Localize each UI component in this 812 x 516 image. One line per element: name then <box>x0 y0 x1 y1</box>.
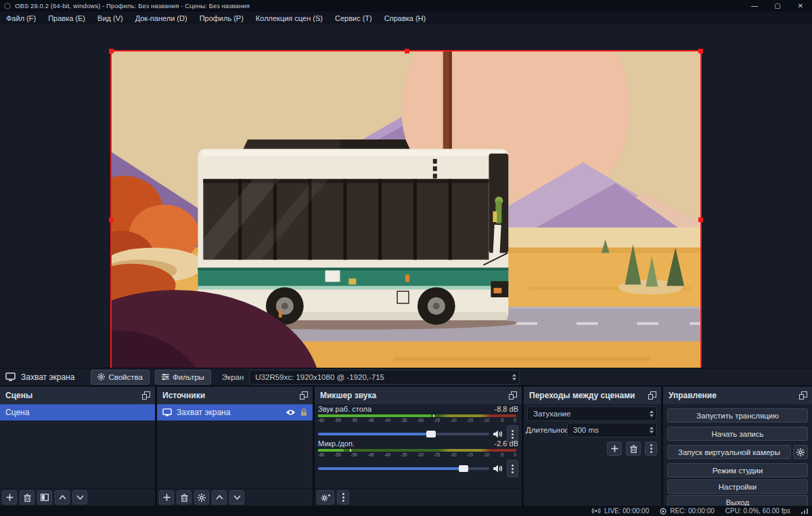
popout-icon[interactable] <box>509 391 517 400</box>
slider-handle[interactable] <box>426 431 436 437</box>
chevron-down-icon <box>76 495 84 500</box>
resize-handle-mid-left[interactable] <box>109 217 114 222</box>
add-source-button[interactable] <box>159 490 174 504</box>
volume-meter <box>318 449 516 452</box>
scene-name: Сцена <box>5 408 29 417</box>
remove-scene-button[interactable] <box>20 490 35 504</box>
move-scene-down-button[interactable] <box>72 490 87 504</box>
combobox-arrows-icon <box>512 370 516 384</box>
remove-transition-button[interactable] <box>626 442 641 456</box>
scenes-toolbar <box>0 488 155 506</box>
properties-button[interactable]: Свойства <box>91 370 150 385</box>
start-virtual-camera-button[interactable]: Запуск виртуальной камеры <box>667 445 791 459</box>
menu-edit[interactable]: Правка (E) <box>42 12 91 24</box>
menu-scene-collection[interactable]: Коллекция сцен (S) <box>250 12 329 24</box>
remove-source-button[interactable] <box>177 490 191 504</box>
volume-meter <box>318 414 516 417</box>
channel-name: Микр./доп. <box>318 439 355 448</box>
close-button[interactable]: ✕ <box>789 0 812 12</box>
channel-menu-button[interactable] <box>507 460 518 477</box>
channel-level-db: -2.6 dB <box>495 439 518 448</box>
volume-slider[interactable] <box>318 464 489 473</box>
scenes-header[interactable]: Сцены <box>0 387 155 404</box>
network-status <box>801 508 808 514</box>
popout-icon[interactable] <box>648 391 656 400</box>
sources-title: Источники <box>162 391 205 400</box>
spinbox-arrows-icon <box>650 423 654 437</box>
scenes-title: Сцены <box>5 391 32 400</box>
mixer-menu-button[interactable] <box>337 490 349 504</box>
move-source-up-button[interactable] <box>212 490 227 504</box>
combobox-arrows-icon <box>650 407 654 421</box>
transitions-header[interactable]: Переходы между сценами <box>524 387 661 404</box>
virtual-camera-settings-button[interactable] <box>793 445 808 459</box>
scene-filters-button[interactable] <box>37 490 52 504</box>
move-scene-up-button[interactable] <box>55 490 70 504</box>
start-recording-button[interactable]: Начать запись <box>667 427 808 441</box>
resize-handle-top-right[interactable] <box>698 49 703 53</box>
duration-spinbox[interactable]: 300 ms <box>567 423 657 437</box>
popout-icon[interactable] <box>300 391 308 400</box>
settings-button[interactable]: Настройки <box>667 479 808 494</box>
mixer-header[interactable]: Микшер звука <box>315 387 522 404</box>
filters-button[interactable]: Фильтры <box>155 370 211 385</box>
add-transition-button[interactable] <box>607 442 622 456</box>
channel-level-db: -8.8 dB <box>495 405 518 413</box>
filters-label: Фильтры <box>173 373 204 381</box>
menu-help[interactable]: Справка (H) <box>378 12 432 24</box>
channel-name: Звук раб. стола <box>318 405 371 413</box>
sources-header[interactable]: Источники <box>157 387 313 404</box>
studio-mode-button[interactable]: Режим студии <box>667 463 808 477</box>
window-titlebar: OBS 29.0.2 (64-bit, windows) - Профиль: … <box>0 0 812 12</box>
transition-select-combobox[interactable]: Затухание <box>527 406 657 421</box>
gear-icon <box>796 448 805 456</box>
lock-icon[interactable] <box>300 408 307 416</box>
resize-handle-top-left[interactable] <box>109 49 114 53</box>
resize-handle-mid-right[interactable] <box>698 217 703 222</box>
minimize-button[interactable]: — <box>743 0 766 12</box>
preview-source-image[interactable] <box>110 50 702 387</box>
popout-icon[interactable] <box>799 391 807 400</box>
kebab-icon <box>650 444 652 453</box>
kebab-icon <box>342 493 344 502</box>
menu-profile[interactable]: Профиль (P) <box>194 12 250 24</box>
controls-header[interactable]: Управление <box>663 387 812 404</box>
menu-docks[interactable]: Док-панели (D) <box>129 12 194 24</box>
dock-area: Сцены Сцена Источники <box>0 387 812 506</box>
start-streaming-button[interactable]: Запустить трансляцию <box>667 408 808 423</box>
duration-value: 300 ms <box>573 426 599 434</box>
screen-select-combobox[interactable]: U32R59xc: 1920x1080 @ -1920,-715 <box>249 370 520 385</box>
visibility-eye-icon[interactable] <box>286 409 296 416</box>
display-capture-icon <box>162 408 172 416</box>
chevron-down-icon <box>233 495 241 500</box>
source-list-item[interactable]: Захват экрана <box>157 404 313 421</box>
audio-mixer-panel: Микшер звука Звук раб. стола -8.8 dB -60… <box>315 387 522 506</box>
status-bar: LIVE: 00:00:00 REC: 00:00:00 CPU: 0.0%, … <box>0 506 812 516</box>
advanced-audio-button[interactable] <box>317 490 334 504</box>
menu-tools[interactable]: Сервис (T) <box>329 12 378 24</box>
volume-slider[interactable] <box>318 429 489 439</box>
menu-view[interactable]: Вид (V) <box>91 12 129 24</box>
speaker-icon[interactable] <box>493 465 503 473</box>
scene-list-item[interactable]: Сцена <box>0 404 155 421</box>
source-properties-button[interactable] <box>194 490 209 504</box>
menu-file[interactable]: Файл (F) <box>0 12 42 24</box>
resize-handle-top-center[interactable] <box>405 49 409 53</box>
mixer-toolbar <box>315 488 522 506</box>
popout-icon[interactable] <box>142 391 150 400</box>
menu-bar: Файл (F) Правка (E) Вид (V) Док-панели (… <box>0 12 812 24</box>
slider-handle[interactable] <box>459 465 468 472</box>
sources-toolbar <box>157 488 313 506</box>
mixer-title: Микшер звука <box>320 391 376 400</box>
speaker-icon[interactable] <box>493 430 503 438</box>
maximize-button[interactable]: ▢ <box>766 0 789 12</box>
cpu-fps-text: CPU: 0.0%, 60.00 fps <box>725 507 790 515</box>
transition-menu-button[interactable] <box>645 442 657 456</box>
move-source-down-button[interactable] <box>229 490 244 504</box>
selected-source-label: Захват экрана <box>21 372 74 382</box>
filters-icon <box>162 373 169 381</box>
live-status: LIVE: 00:00:00 <box>591 507 649 515</box>
add-scene-button[interactable] <box>2 490 17 504</box>
obs-window: OBS 29.0.2 (64-bit, windows) - Профиль: … <box>0 0 812 516</box>
obs-logo-icon <box>4 3 11 9</box>
